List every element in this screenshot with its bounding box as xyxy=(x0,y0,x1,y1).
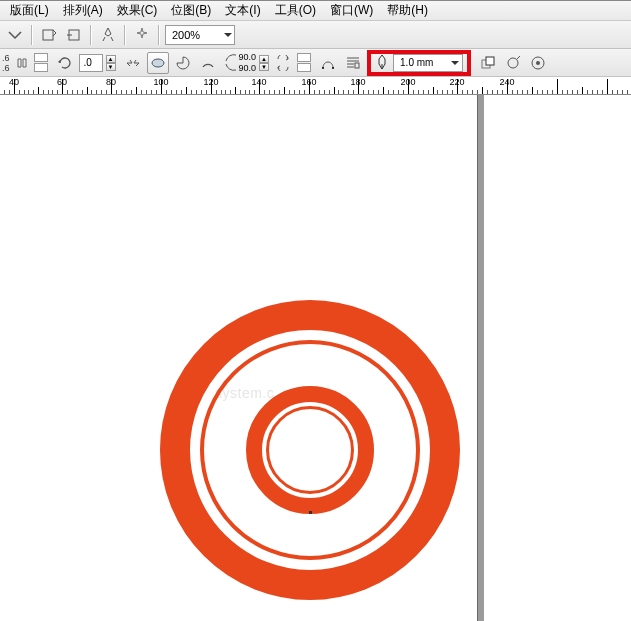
svg-point-9 xyxy=(508,58,518,68)
arc-tool-icon[interactable] xyxy=(197,52,219,74)
nudge-value-1: .6 xyxy=(2,53,10,63)
nudge-value-2: .6 xyxy=(2,63,10,73)
svg-rect-8 xyxy=(486,57,494,65)
swap-angles-icon[interactable] xyxy=(272,52,294,74)
ruler-label: 60 xyxy=(57,77,67,87)
property-toolbar: .6 .6 .0 ▲▼ 90.0 90.0 ▲▼ xyxy=(0,49,631,77)
svg-point-4 xyxy=(332,67,334,69)
ruler-label: 140 xyxy=(251,77,266,87)
ruler-label: 200 xyxy=(400,77,415,87)
menu-arrange[interactable]: 排列(A) xyxy=(57,0,109,21)
to-curves-icon[interactable] xyxy=(317,52,339,74)
angle-spinner-1[interactable]: ▲▼ xyxy=(259,55,269,71)
arc-angles: 90.0 90.0 xyxy=(225,52,257,74)
horizontal-ruler[interactable]: 406080100120140160180200220240 xyxy=(0,77,631,95)
canvas-workspace[interactable]: system.c xyxy=(0,95,631,621)
angle-end-value[interactable]: 90.0 xyxy=(239,63,257,74)
outline-width-value: 1.0 mm xyxy=(400,57,433,68)
menu-layout[interactable]: 版面(L) xyxy=(4,0,55,21)
zoom-level-select[interactable]: 200% xyxy=(165,25,235,45)
ruler-label: 100 xyxy=(153,77,168,87)
menu-effects[interactable]: 效果(C) xyxy=(111,0,164,21)
outline-width-group-highlight: 1.0 mm xyxy=(367,50,471,76)
menu-window[interactable]: 窗口(W) xyxy=(324,0,379,21)
wrap-text-icon[interactable] xyxy=(342,52,364,74)
ruler-label: 220 xyxy=(449,77,464,87)
ruler-label: 80 xyxy=(106,77,116,87)
ruler-label: 40 xyxy=(9,77,19,87)
menu-tools[interactable]: 工具(O) xyxy=(269,0,322,21)
rotation-angle-input[interactable]: .0 xyxy=(79,54,103,72)
angle-unit-toggle[interactable] xyxy=(297,53,311,72)
main-toolbar: 200% xyxy=(0,21,631,49)
nudge-values: .6 .6 xyxy=(2,53,10,73)
circle-artwork[interactable] xyxy=(160,300,460,600)
ellipse-tool-icon[interactable] xyxy=(147,52,169,74)
launch-icon[interactable] xyxy=(97,24,119,46)
menu-bitmap[interactable]: 位图(B) xyxy=(165,0,217,21)
convert-outline-icon[interactable] xyxy=(502,52,524,74)
svg-point-3 xyxy=(322,67,324,69)
ruler-label: 160 xyxy=(301,77,316,87)
svg-point-11 xyxy=(536,61,540,65)
ruler-label: 120 xyxy=(203,77,218,87)
inner-thin-ring[interactable] xyxy=(266,406,354,494)
menu-bar: 版面(L) 排列(A) 效果(C) 位图(B) 文本(I) 工具(O) 窗口(W… xyxy=(0,1,631,21)
export-icon[interactable] xyxy=(63,24,85,46)
outline-pen-icon[interactable] xyxy=(375,54,389,72)
rotate-icon[interactable] xyxy=(54,52,76,74)
svg-point-2 xyxy=(152,59,164,67)
pie-tool-icon[interactable] xyxy=(172,52,194,74)
pasteboard-area xyxy=(484,95,631,621)
ruler-label: 180 xyxy=(350,77,365,87)
menu-text[interactable]: 文本(I) xyxy=(219,0,266,21)
rotation-spinner[interactable]: ▲▼ xyxy=(106,55,116,71)
svg-rect-0 xyxy=(43,30,53,40)
angle-start-value[interactable]: 90.0 xyxy=(239,52,257,63)
outline-width-select[interactable]: 1.0 mm xyxy=(393,54,463,72)
import-icon[interactable] xyxy=(38,24,60,46)
zoom-level-value: 200% xyxy=(172,29,200,41)
lock-ratio-icon[interactable] xyxy=(13,52,31,74)
menu-help[interactable]: 帮助(H) xyxy=(381,0,434,21)
object-properties-icon[interactable] xyxy=(527,52,549,74)
sparkle-icon[interactable] xyxy=(131,24,153,46)
node-marker[interactable] xyxy=(309,511,312,514)
angle-end-icon xyxy=(225,63,237,73)
svg-rect-5 xyxy=(355,63,359,68)
doc-dropdown-icon[interactable] xyxy=(4,24,26,46)
mirror-h-icon[interactable] xyxy=(122,52,144,74)
chevron-down-icon xyxy=(224,33,232,37)
chevron-down-icon xyxy=(451,61,459,65)
to-front-icon[interactable] xyxy=(477,52,499,74)
angle-start-icon xyxy=(225,52,237,62)
ruler-label: 240 xyxy=(499,77,514,87)
rotation-angle-value: .0 xyxy=(84,57,92,68)
unit-toggle[interactable] xyxy=(34,53,48,72)
